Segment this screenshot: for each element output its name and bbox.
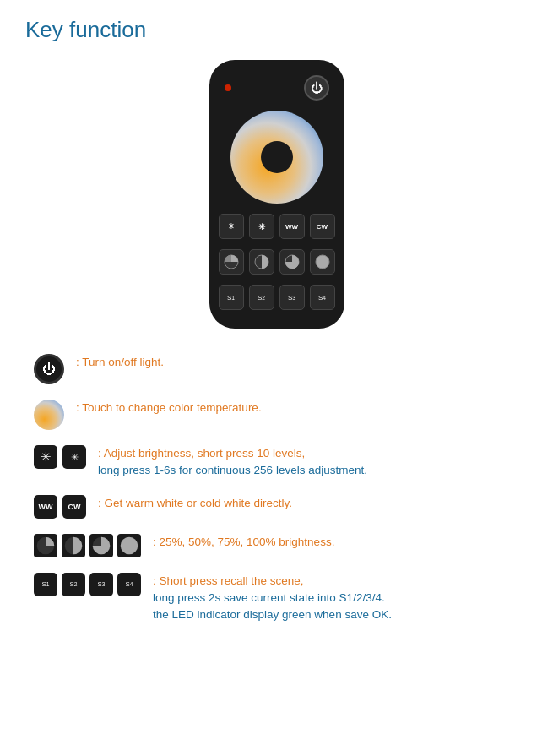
remote-s1-btn[interactable]: S1 xyxy=(219,285,244,310)
legend-scene: S1 S2 S3 S4 : Short press recall the sce… xyxy=(34,573,528,624)
remote-color-wheel-center xyxy=(261,141,293,173)
pie-25-icon xyxy=(34,534,57,557)
legend-wheel-icon-group xyxy=(34,400,64,430)
remote-top-row: ⏻ xyxy=(221,75,333,101)
led-indicator xyxy=(225,84,231,91)
remote-brightness-down-btn[interactable]: ✳ xyxy=(249,214,274,239)
remote-brightness-row: ✳ ✳ WW CW xyxy=(219,214,335,239)
legend-wwcw-text: : Get warm white or cold white directly. xyxy=(98,495,292,512)
pie-50-icon xyxy=(62,534,85,557)
legend-scene-desc1: : Short press recall the scene, xyxy=(153,574,304,587)
legend-color-wheel: : Touch to change color temperature. xyxy=(34,400,528,430)
remote-power-button[interactable]: ⏻ xyxy=(304,75,329,101)
remote-s4-btn[interactable]: S4 xyxy=(310,285,335,310)
legend-pie-desc: : 25%, 50%, 75%, 100% brightness. xyxy=(153,536,334,548)
remote-cw-btn[interactable]: CW xyxy=(310,214,335,239)
legend-scene-desc3: the LED indicator display green when sav… xyxy=(153,608,392,621)
pie-75-icon xyxy=(89,534,113,557)
page-title: Key function xyxy=(25,17,528,43)
legend-power-text: : Turn on/off light. xyxy=(76,354,164,371)
remote-control: ⏻ ✳ ✳ WW CW xyxy=(25,60,528,329)
svg-point-3 xyxy=(316,255,329,269)
remote-pie-row xyxy=(219,249,335,275)
legend-power-desc: : Turn on/off light. xyxy=(76,356,164,368)
legend-power: ⏻ : Turn on/off light. xyxy=(34,354,528,384)
legend-wheel-desc: : Touch to change color temperature. xyxy=(76,401,262,414)
remote-brightness-up-btn[interactable]: ✳ xyxy=(219,214,244,239)
legend-scene-icon-group: S1 S2 S3 S4 xyxy=(34,573,141,596)
remote-pie-25-btn[interactable] xyxy=(219,249,244,275)
legend-wheel-text: : Touch to change color temperature. xyxy=(76,400,262,416)
s3-icon: S3 xyxy=(89,573,113,596)
remote-body: ⏻ ✳ ✳ WW CW xyxy=(209,60,344,329)
remote-scene-row: S1 S2 S3 S4 xyxy=(219,285,335,310)
legend-brightness-icon-group: ✳ ✳ xyxy=(34,445,86,469)
legend-pie-icon-group xyxy=(34,534,141,557)
legend-brightness-desc1: : Adjust brightness, short press 10 leve… xyxy=(98,447,305,460)
remote-pie-50-btn[interactable] xyxy=(249,249,274,275)
remote-pie-100-btn[interactable] xyxy=(310,249,335,275)
color-wheel-icon xyxy=(34,400,64,430)
remote-s2-btn[interactable]: S2 xyxy=(249,285,274,310)
legend-wwcw-icon-group: WW CW xyxy=(34,495,86,519)
pie-100-icon xyxy=(117,534,141,557)
legend-brightness-desc2: long press 1-6s for continuous 256 level… xyxy=(98,464,367,476)
remote-pie-75-btn[interactable] xyxy=(279,249,305,275)
brightness-up-icon: ✳ xyxy=(34,445,57,469)
legend-power-icon-group: ⏻ xyxy=(34,354,64,384)
power-icon: ⏻ xyxy=(34,354,64,384)
legend-wwcw-desc: : Get warm white or cold white directly. xyxy=(98,497,292,509)
brightness-down-icon: ✳ xyxy=(62,445,86,469)
ww-icon: WW xyxy=(34,495,57,519)
legend-scene-desc2: long press 2s save current state into S1… xyxy=(153,591,385,604)
legend-pie-text: : 25%, 50%, 75%, 100% brightness. xyxy=(153,534,334,551)
legend-section: ⏻ : Turn on/off light. : Touch to change… xyxy=(25,354,528,623)
s2-icon: S2 xyxy=(62,573,85,596)
s4-icon: S4 xyxy=(117,573,141,596)
remote-s3-btn[interactable]: S3 xyxy=(279,285,305,310)
remote-color-wheel[interactable] xyxy=(230,111,323,204)
legend-scene-text: : Short press recall the scene, long pre… xyxy=(153,573,392,624)
remote-ww-btn[interactable]: WW xyxy=(279,214,305,239)
cw-icon: CW xyxy=(62,495,86,519)
svg-point-11 xyxy=(121,536,138,554)
s1-icon: S1 xyxy=(34,573,57,596)
legend-pie: : 25%, 50%, 75%, 100% brightness. xyxy=(34,534,528,557)
legend-ww-cw: WW CW : Get warm white or cold white dir… xyxy=(34,495,528,519)
legend-brightness: ✳ ✳ : Adjust brightness, short press 10 … xyxy=(34,445,528,480)
legend-brightness-text: : Adjust brightness, short press 10 leve… xyxy=(98,445,367,480)
